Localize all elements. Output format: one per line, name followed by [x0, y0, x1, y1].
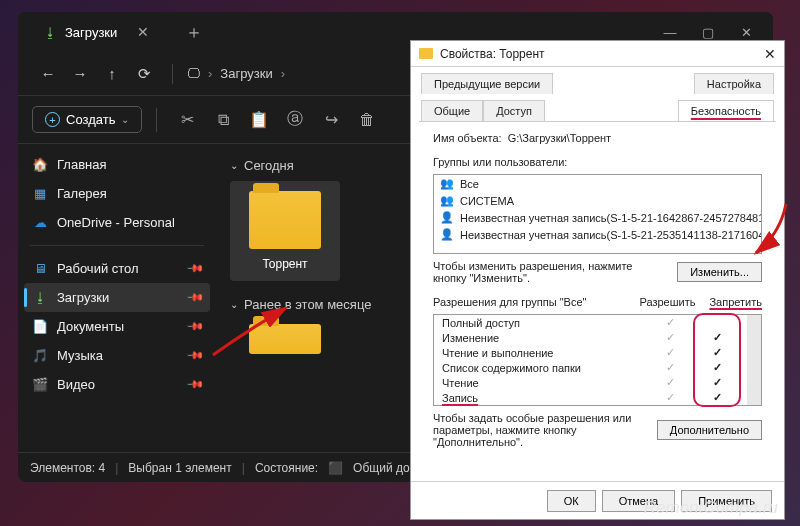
rename-button[interactable]: ⓐ: [279, 104, 311, 136]
dialog-body: Имя объекта: G:\Загрузки\Торрент Группы …: [419, 121, 776, 481]
properties-dialog: Свойства: Торрент ✕ Предыдущие версии На…: [410, 40, 785, 520]
list-item-label: Неизвестная учетная запись(S-1-5-21-2535…: [460, 229, 762, 241]
user-icon: 👤: [440, 211, 454, 224]
close-window-button[interactable]: ✕: [737, 25, 755, 40]
permission-label: Изменение: [442, 332, 645, 344]
permission-label: Список содержимого папки: [442, 362, 645, 374]
sidebar-item-desktop[interactable]: 🖥Рабочий стол📌: [18, 254, 216, 283]
share-status-icon: ⬛: [328, 461, 343, 475]
apply-button[interactable]: Применить: [681, 490, 772, 512]
allow-check: ✓: [645, 346, 695, 359]
dialog-title: Свойства: Торрент: [440, 47, 545, 61]
deny-column-header: Запретить: [709, 296, 762, 308]
deny-check: ✓: [695, 331, 739, 344]
close-dialog-button[interactable]: ✕: [764, 46, 776, 62]
documents-icon: 📄: [32, 319, 48, 334]
back-button[interactable]: ←: [34, 60, 62, 88]
download-icon: ⭳: [32, 290, 48, 305]
dialog-title-bar: Свойства: Торрент ✕: [411, 41, 784, 67]
sidebar-item-downloads[interactable]: ⭳Загрузки📌: [24, 283, 210, 312]
permissions-list: Полный доступ✓Изменение✓✓Чтение и выполн…: [433, 314, 762, 406]
sidebar-item-label: Музыка: [57, 348, 103, 363]
delete-button[interactable]: 🗑: [351, 104, 383, 136]
permission-row: Полный доступ✓: [434, 315, 747, 330]
pc-icon: 🖵: [187, 66, 200, 81]
tab-security[interactable]: Безопасность: [678, 100, 774, 121]
forward-button[interactable]: →: [66, 60, 94, 88]
sidebar-item-label: OneDrive - Personal: [57, 215, 175, 230]
allow-check: ✓: [645, 376, 695, 389]
sidebar: 🏠Главная ▦Галерея ☁OneDrive - Personal 🖥…: [18, 144, 216, 452]
sidebar-item-onedrive[interactable]: ☁OneDrive - Personal: [18, 208, 216, 237]
videos-icon: 🎬: [32, 377, 48, 392]
tab-sharing[interactable]: Доступ: [483, 100, 545, 121]
tab-settings[interactable]: Настройка: [694, 73, 774, 94]
folder-item[interactable]: [230, 320, 340, 354]
sidebar-item-music[interactable]: 🎵Музыка📌: [18, 341, 216, 370]
permission-label: Полный доступ: [442, 317, 645, 329]
deny-check: ✓: [695, 361, 739, 374]
new-tab-button[interactable]: ＋: [185, 20, 203, 44]
group-icon: 👥: [440, 194, 454, 207]
maximize-button[interactable]: ▢: [699, 25, 717, 40]
chevron-down-icon: ⌄: [121, 114, 129, 125]
sidebar-item-label: Видео: [57, 377, 95, 392]
permission-row: Чтение и выполнение✓✓: [434, 345, 747, 360]
pin-icon: 📌: [185, 375, 204, 394]
chevron-right-icon: ›: [281, 66, 285, 81]
user-icon: 👤: [440, 228, 454, 241]
tab-previous-versions[interactable]: Предыдущие версии: [421, 73, 553, 94]
close-tab-icon[interactable]: ✕: [137, 24, 149, 40]
sidebar-item-label: Галерея: [57, 186, 107, 201]
sidebar-item-gallery[interactable]: ▦Галерея: [18, 179, 216, 208]
edit-hint-text: Чтобы изменить разрешения, нажмите кнопк…: [433, 260, 633, 284]
list-item[interactable]: 👥СИСТЕМА: [434, 192, 761, 209]
window-tab[interactable]: ⭳ Загрузки ✕: [26, 12, 167, 52]
folder-item-torrent[interactable]: Торрент: [230, 181, 340, 281]
edit-permissions-button[interactable]: Изменить...: [677, 262, 762, 282]
create-button[interactable]: + Создать ⌄: [32, 106, 142, 133]
refresh-button[interactable]: ⟳: [130, 60, 158, 88]
advanced-button[interactable]: Дополнительно: [657, 420, 762, 440]
crumb-segment[interactable]: Загрузки: [220, 66, 272, 81]
permission-row: Изменение✓✓: [434, 330, 747, 345]
folder-icon: [419, 48, 433, 59]
status-state-label: Состояние:: [255, 461, 318, 475]
perms-for-label: Разрешения для группы "Все": [433, 296, 586, 308]
share-button[interactable]: ↪: [315, 104, 347, 136]
paste-button[interactable]: 📋: [243, 104, 275, 136]
create-label: Создать: [66, 112, 115, 127]
up-button[interactable]: ↑: [98, 60, 126, 88]
folder-icon: [249, 324, 321, 354]
ok-button[interactable]: ОК: [547, 490, 596, 512]
list-item[interactable]: 👤Неизвестная учетная запись(S-1-5-21-253…: [434, 226, 761, 243]
list-item-label: СИСТЕМА: [460, 195, 514, 207]
permission-label: Чтение и выполнение: [442, 347, 645, 359]
minimize-button[interactable]: —: [661, 25, 679, 40]
list-item[interactable]: 👤Неизвестная учетная запись(S-1-5-21-164…: [434, 209, 761, 226]
dialog-tabs-row2: Общие Доступ Безопасность: [411, 94, 784, 121]
pin-icon: 📌: [185, 288, 204, 307]
deny-check: ✓: [695, 376, 739, 389]
list-item-label: Все: [460, 178, 479, 190]
sidebar-item-documents[interactable]: 📄Документы📌: [18, 312, 216, 341]
dialog-tabs: Предыдущие версии Настройка: [411, 67, 784, 94]
advanced-hint-text: Чтобы задать особые разрешения или парам…: [433, 412, 647, 448]
breadcrumb[interactable]: 🖵 › Загрузки ›: [187, 66, 285, 81]
deny-check: ✓: [695, 391, 739, 404]
tab-general[interactable]: Общие: [421, 100, 483, 121]
cancel-button[interactable]: Отмена: [602, 490, 675, 512]
status-count: Элементов: 4: [30, 461, 105, 475]
copy-button[interactable]: ⧉: [207, 104, 239, 136]
list-item[interactable]: 👥Все: [434, 175, 761, 192]
sidebar-item-home[interactable]: 🏠Главная: [18, 150, 216, 179]
music-icon: 🎵: [32, 348, 48, 363]
folder-icon: [249, 191, 321, 249]
scrollbar[interactable]: [747, 315, 761, 405]
cut-button[interactable]: ✂: [171, 104, 203, 136]
object-name-value: G:\Загрузки\Торрент: [508, 132, 611, 144]
sidebar-item-videos[interactable]: 🎬Видео📌: [18, 370, 216, 399]
dialog-footer: ОК Отмена Применить: [411, 481, 784, 519]
home-icon: 🏠: [32, 157, 48, 172]
groups-listbox[interactable]: 👥Все 👥СИСТЕМА 👤Неизвестная учетная запис…: [433, 174, 762, 254]
